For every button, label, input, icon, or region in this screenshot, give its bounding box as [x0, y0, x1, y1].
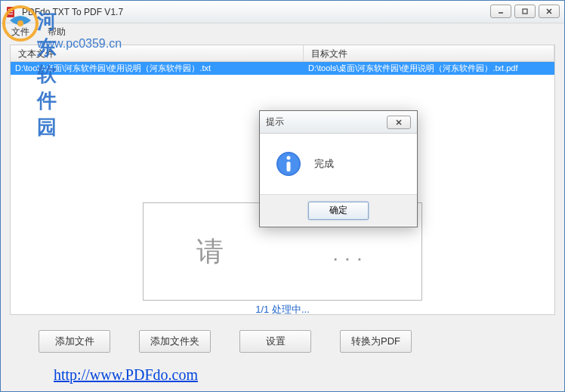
svg-rect-9	[287, 162, 291, 171]
table-row[interactable]: D:\tools\桌面\河东软件园\使用说明（河东软件园）.txt D:\too…	[11, 62, 554, 75]
bottom-bar: 添加文件 添加文件夹 设置 转换为PDF http://www.PDFdo.co…	[1, 330, 564, 384]
dialog-ok-button[interactable]: 确定	[308, 202, 369, 220]
menubar: 文件 帮助	[1, 23, 564, 40]
cell-target: D:\tools\桌面\河东软件园\使用说明（河东软件园）.txt.pdf	[304, 62, 554, 75]
window-controls	[490, 5, 560, 18]
menu-file[interactable]: 文件	[7, 24, 34, 40]
info-icon	[275, 150, 302, 177]
progress-text: 1/1 处理中...	[255, 303, 310, 316]
dropzone-text-prefix: 请	[196, 233, 227, 270]
svg-point-8	[287, 156, 291, 160]
titlebar: PDFdo TXT To PDF V1.7	[1, 1, 564, 23]
cell-source: D:\tools\桌面\河东软件园\使用说明（河东软件园）.txt	[11, 62, 304, 75]
dropzone-text-suffix: ...	[332, 242, 368, 266]
column-target[interactable]: 目标文件	[304, 45, 554, 61]
dialog-close-button[interactable]	[387, 116, 411, 129]
svg-rect-3	[8, 14, 13, 14]
button-row: 添加文件 添加文件夹 设置 转换为PDF	[31, 330, 534, 353]
column-source[interactable]: 文本文件	[11, 45, 304, 61]
dialog-footer: 确定	[260, 194, 417, 226]
dialog-body: 完成	[260, 134, 417, 194]
dialog-titlebar: 提示	[260, 111, 417, 134]
menu-help[interactable]: 帮助	[43, 24, 70, 40]
close-button[interactable]	[539, 5, 560, 18]
dialog-message: 完成	[314, 157, 334, 171]
convert-button[interactable]: 转换为PDF	[340, 330, 412, 353]
website-link[interactable]: http://www.PDFdo.com	[31, 366, 198, 383]
svg-rect-2	[8, 11, 13, 12]
minimize-button[interactable]	[490, 5, 511, 18]
add-folder-button[interactable]: 添加文件夹	[139, 330, 211, 353]
app-icon	[5, 6, 17, 18]
svg-rect-1	[8, 9, 13, 10]
window-title: PDFdo TXT To PDF V1.7	[22, 7, 560, 17]
table-header: 文本文件 目标文件	[11, 45, 554, 62]
maximize-button[interactable]	[514, 5, 536, 18]
settings-button[interactable]: 设置	[239, 330, 311, 353]
message-dialog: 提示 完成 确定	[259, 110, 418, 227]
add-file-button[interactable]: 添加文件	[39, 330, 110, 353]
dialog-title: 提示	[266, 116, 387, 128]
main-window: PDFdo TXT To PDF V1.7 文件 帮助 文本文件 目标文件 D:…	[0, 0, 565, 392]
svg-rect-5	[523, 9, 527, 14]
